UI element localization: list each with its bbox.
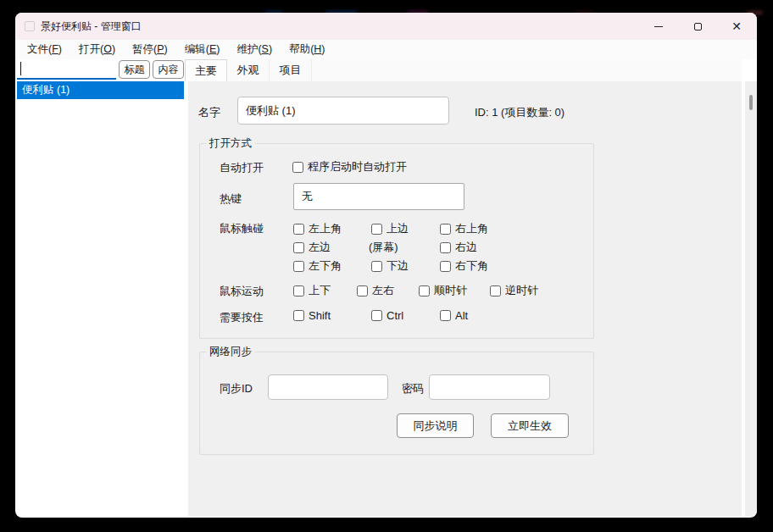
checkbox-icon[interactable]	[371, 310, 382, 321]
titlebar[interactable]: 景好便利贴 - 管理窗口 ✕	[15, 13, 757, 40]
motion-updown-checkbox[interactable]: 上下	[293, 283, 331, 298]
hotkey-input[interactable]	[293, 183, 464, 210]
checkbox-icon[interactable]	[293, 224, 304, 235]
menu-pause[interactable]: 暂停(P)	[124, 40, 176, 59]
hold-ctrl-checkbox[interactable]: Ctrl	[371, 309, 403, 322]
maximize-icon	[694, 23, 702, 30]
checkbox-icon[interactable]	[293, 242, 304, 253]
mouse-motion-label: 鼠标运动	[220, 284, 264, 299]
tab-strip: 主要 外观 项目	[185, 59, 742, 81]
tab-main[interactable]: 主要	[185, 59, 227, 81]
motion-leftright-checkbox[interactable]: 左右	[357, 283, 394, 298]
minimize-icon	[654, 26, 663, 27]
menu-maintain[interactable]: 维护(S)	[228, 40, 281, 59]
maximize-button[interactable]	[678, 13, 717, 40]
touch-bottom-checkbox[interactable]: 下边	[371, 258, 409, 274]
password-label: 密码	[402, 381, 424, 396]
menu-bar: 文件(F) 打开(O) 暂停(P) 编辑(E) 维护(S) 帮助(H)	[15, 40, 757, 59]
sync-id-input[interactable]	[268, 374, 388, 400]
name-label: 名字	[198, 105, 220, 120]
sync-help-button[interactable]: 同步说明	[397, 413, 474, 438]
checkbox-icon[interactable]	[357, 285, 368, 296]
touch-right-checkbox[interactable]: 右边	[440, 240, 477, 255]
touch-topleft-checkbox[interactable]: 左上角	[293, 221, 342, 236]
id-text: ID: 1 (项目数量: 0)	[475, 105, 564, 120]
filter-title-button[interactable]: 标题	[119, 60, 150, 79]
search-input[interactable]	[17, 59, 116, 80]
menu-help[interactable]: 帮助(H)	[281, 40, 333, 59]
open-mode-group-title: 打开方式	[206, 136, 255, 151]
touch-left-checkbox[interactable]: 左边	[293, 240, 331, 255]
checkbox-icon[interactable]	[292, 162, 303, 173]
text-caret	[20, 62, 21, 75]
auto-open-checkbox[interactable]: 程序启动时自动打开	[292, 159, 407, 175]
scrollbar-thumb[interactable]	[749, 95, 753, 110]
motion-counterclockwise-checkbox[interactable]: 逆时针	[490, 283, 538, 298]
touch-bottomleft-checkbox[interactable]: 左下角	[293, 258, 342, 274]
list-item[interactable]: 便利贴 (1)	[17, 81, 184, 99]
checkbox-icon[interactable]	[440, 224, 451, 235]
checkbox-icon[interactable]	[293, 310, 304, 321]
tab-appearance[interactable]: 外观	[227, 59, 270, 81]
vertical-scrollbar[interactable]	[744, 81, 757, 517]
hold-key-label: 需要按住	[220, 310, 264, 325]
close-icon: ✕	[731, 20, 742, 32]
menu-file[interactable]: 文件(F)	[19, 40, 70, 59]
checkbox-icon[interactable]	[490, 285, 501, 296]
apply-now-button[interactable]: 立即生效	[491, 413, 569, 438]
name-input[interactable]	[237, 97, 449, 125]
hold-alt-checkbox[interactable]: Alt	[440, 309, 468, 322]
hotkey-label: 热键	[220, 191, 242, 207]
menu-open[interactable]: 打开(O)	[70, 40, 124, 59]
checkbox-icon[interactable]	[419, 285, 430, 296]
touch-bottomright-checkbox[interactable]: 右下角	[440, 258, 488, 274]
password-input[interactable]	[429, 374, 550, 400]
auto-open-checkbox-label: 程序启动时自动打开	[308, 159, 407, 175]
screen-center-label: (屏幕)	[369, 240, 398, 255]
checkbox-icon[interactable]	[440, 310, 451, 321]
checkbox-icon[interactable]	[293, 285, 304, 296]
touch-top-checkbox[interactable]: 上边	[371, 221, 409, 236]
checkbox-icon[interactable]	[371, 261, 382, 272]
minimize-button[interactable]	[639, 13, 678, 40]
checkbox-icon[interactable]	[440, 261, 451, 272]
app-icon	[25, 21, 35, 31]
open-mode-group: 打开方式 自动打开 程序启动时自动打开 热键 鼠标触碰 左上角 上边 右上角 左…	[199, 143, 594, 339]
menu-edit[interactable]: 编辑(E)	[176, 40, 229, 59]
hold-shift-checkbox[interactable]: Shift	[293, 309, 331, 322]
touch-topright-checkbox[interactable]: 右上角	[440, 221, 488, 236]
tab-page-main: 名字 ID: 1 (项目数量: 0) 打开方式 自动打开 程序启动时自动打开 热…	[188, 81, 742, 517]
filter-content-button[interactable]: 内容	[153, 60, 184, 79]
window-title: 景好便利贴 - 管理窗口	[41, 13, 142, 40]
checkbox-icon[interactable]	[440, 242, 451, 253]
checkbox-icon[interactable]	[293, 261, 304, 272]
network-sync-group: 网络同步 同步ID 密码 同步说明 立即生效	[199, 352, 594, 455]
tab-items[interactable]: 项目	[270, 59, 312, 81]
sync-id-label: 同步ID	[220, 381, 253, 396]
close-button[interactable]: ✕	[717, 13, 756, 40]
app-window: 景好便利贴 - 管理窗口 ✕ 文件(F) 打开(O) 暂停(P) 编辑(E) 维…	[15, 13, 757, 518]
notes-list[interactable]: 便利贴 (1)	[17, 81, 184, 516]
auto-open-label: 自动打开	[220, 160, 264, 175]
network-sync-group-title: 网络同步	[206, 345, 255, 359]
mouse-touch-label: 鼠标触碰	[220, 221, 264, 236]
checkbox-icon[interactable]	[371, 224, 382, 235]
motion-clockwise-checkbox[interactable]: 顺时针	[419, 283, 467, 298]
